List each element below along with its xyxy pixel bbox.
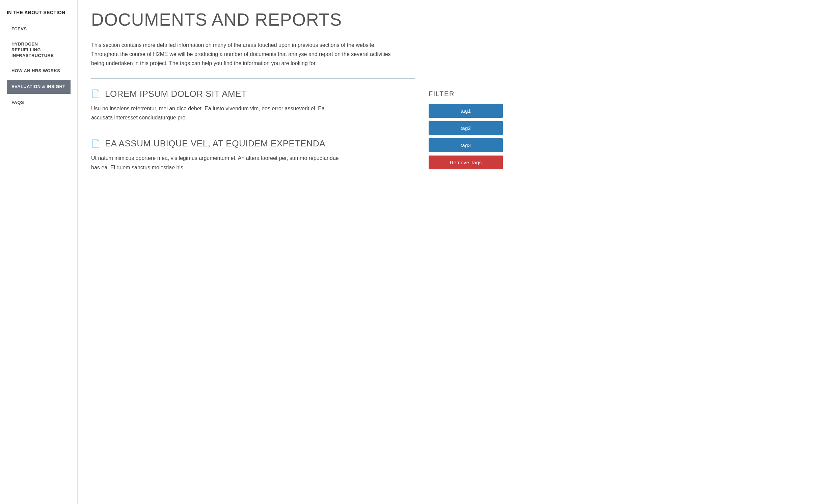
doc-icon: 📄	[91, 140, 100, 147]
sidebar-item-hrs-works[interactable]: HOW AN HRS WORKS	[7, 65, 71, 77]
filter-tag-tag3[interactable]: tag3	[429, 138, 503, 152]
sidebar-link-fcevs[interactable]: FCEVS	[7, 23, 71, 35]
page-title: DOCUMENTS AND REPORTS	[91, 10, 503, 30]
document-description: Ut natum inimicus oportere mea, vis legi…	[91, 154, 347, 172]
sidebar-link-hrs-works[interactable]: HOW AN HRS WORKS	[7, 65, 71, 77]
sidebar-item-faqs[interactable]: FAQS	[7, 96, 71, 109]
document-item: 📄 LOREM IPSUM DOLOR SIT AMET Usu no inso…	[91, 89, 415, 123]
filter-panel: FILTER tag1 tag2 tag3 Remove Tags	[429, 89, 503, 169]
main-content: DOCUMENTS AND REPORTS This section conta…	[78, 0, 516, 504]
document-title-row: 📄 EA ASSUM UBIQUE VEL, AT EQUIDEM EXPETE…	[91, 138, 415, 149]
document-title-row: 📄 LOREM IPSUM DOLOR SIT AMET	[91, 89, 415, 99]
sidebar-link-evaluation-insight[interactable]: EVALUATION & INSIGHT	[7, 80, 71, 94]
filter-title: FILTER	[429, 90, 503, 98]
filter-tag-tag2[interactable]: tag2	[429, 121, 503, 135]
page-description: This section contains more detailed info…	[91, 40, 401, 68]
section-divider	[91, 78, 415, 78]
sidebar-link-faqs[interactable]: FAQS	[7, 96, 71, 109]
sidebar-item-hydrogen[interactable]: HYDROGEN REFUELLING INFRASTRUCTURE	[7, 38, 71, 62]
document-title: LOREM IPSUM DOLOR SIT AMET	[105, 89, 247, 99]
sidebar-section-label: IN THE ABOUT SECTION	[7, 10, 71, 16]
filter-tag-tag1[interactable]: tag1	[429, 104, 503, 118]
sidebar-item-fcevs[interactable]: FCEVS	[7, 23, 71, 35]
sidebar-nav: FCEVS HYDROGEN REFUELLING INFRASTRUCTURE…	[7, 23, 71, 109]
content-filter-row: 📄 LOREM IPSUM DOLOR SIT AMET Usu no inso…	[91, 89, 503, 188]
document-title: EA ASSUM UBIQUE VEL, AT EQUIDEM EXPETEND…	[105, 138, 325, 149]
document-description: Usu no insolens referrentur, mel an dico…	[91, 104, 347, 122]
pdf-icon: 📄	[91, 90, 100, 97]
sidebar-link-hydrogen[interactable]: HYDROGEN REFUELLING INFRASTRUCTURE	[7, 38, 71, 62]
document-item: 📄 EA ASSUM UBIQUE VEL, AT EQUIDEM EXPETE…	[91, 138, 415, 172]
sidebar-item-evaluation-insight[interactable]: EVALUATION & INSIGHT	[7, 80, 71, 94]
documents-list: 📄 LOREM IPSUM DOLOR SIT AMET Usu no inso…	[91, 89, 415, 188]
sidebar: IN THE ABOUT SECTION FCEVS HYDROGEN REFU…	[0, 0, 78, 504]
remove-tags-button[interactable]: Remove Tags	[429, 156, 503, 169]
